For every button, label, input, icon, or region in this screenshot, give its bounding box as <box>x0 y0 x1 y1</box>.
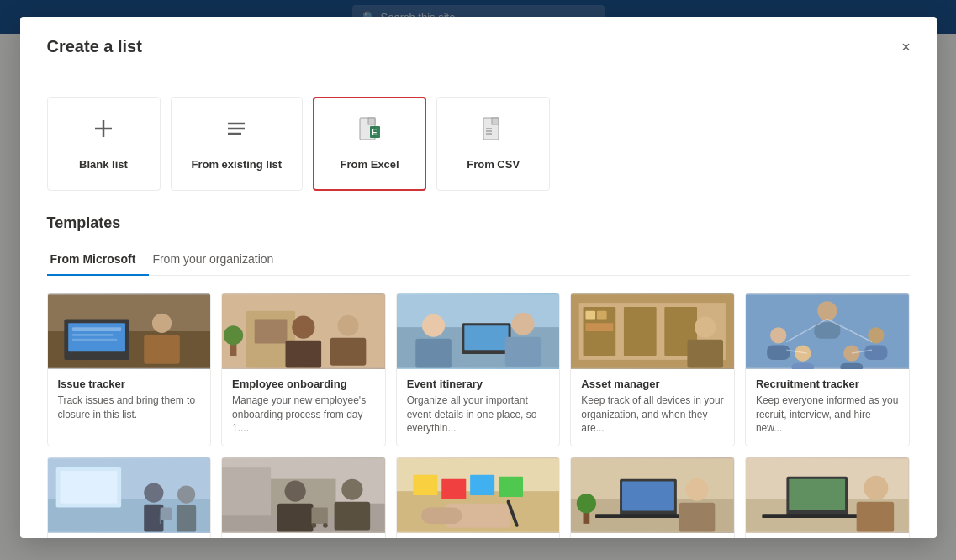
template-desc-employee: Manage your new employee's onboarding pr… <box>232 394 375 436</box>
template-info-recruitment: Recruitment tracker Keep everyone inform… <box>746 369 909 446</box>
template-content-scheduler-with[interactable]: Content scheduler with ... Plan, schedul… <box>745 457 910 538</box>
create-list-modal: Create a list × Blank list <box>20 17 937 538</box>
svg-rect-81 <box>277 504 314 532</box>
template-employee-onboarding[interactable]: Employee onboarding Manage your new empl… <box>221 293 386 446</box>
svg-rect-69 <box>60 471 117 504</box>
svg-rect-94 <box>421 508 462 524</box>
template-name-issue: Issue tracker <box>58 378 201 390</box>
template-info-event: Event itinerary Organize all your import… <box>397 369 560 446</box>
svg-point-60 <box>843 345 859 361</box>
template-desc-event: Organize all your important event detail… <box>407 394 550 436</box>
svg-point-84 <box>323 523 328 528</box>
template-recruitment-tracker[interactable]: Recruitment tracker Keep everyone inform… <box>745 293 910 446</box>
template-name-event: Event itinerary <box>407 378 550 390</box>
blank-list-label: Blank list <box>79 158 128 172</box>
svg-point-80 <box>285 481 306 502</box>
template-info-issue: Issue tracker Track issues and bring the… <box>48 369 211 432</box>
svg-rect-47 <box>597 311 607 320</box>
svg-point-104 <box>577 494 596 513</box>
tab-from-microsoft[interactable]: From Microsoft <box>47 246 150 276</box>
plus-icon <box>90 115 117 148</box>
svg-rect-48 <box>586 323 614 331</box>
template-image-content <box>571 457 734 533</box>
svg-point-54 <box>770 327 786 343</box>
template-image-asset <box>571 293 734 369</box>
template-content-scheduler[interactable]: Content scheduler Plan, schedule, and ma… <box>570 457 735 538</box>
template-image-event <box>397 293 560 369</box>
svg-rect-39 <box>504 337 541 367</box>
svg-rect-22 <box>144 335 180 364</box>
template-image-recruitment <box>746 293 909 369</box>
template-image-employee <box>222 293 385 369</box>
svg-rect-89 <box>413 475 437 495</box>
svg-rect-44 <box>624 307 657 356</box>
svg-rect-20 <box>72 339 117 341</box>
template-name-employee: Employee onboarding <box>232 378 375 390</box>
existing-list-label: From existing list <box>192 158 283 172</box>
template-name-asset: Asset manager <box>581 378 724 390</box>
svg-rect-92 <box>499 477 523 497</box>
svg-point-52 <box>817 301 837 320</box>
svg-rect-46 <box>586 311 596 320</box>
lines-icon <box>223 115 250 148</box>
template-info-work: Work progress tracker Track priorities p… <box>397 533 560 538</box>
svg-point-31 <box>224 325 243 345</box>
svg-point-101 <box>686 478 709 501</box>
template-grid: Issue tracker Track issues and bring the… <box>47 293 910 538</box>
svg-point-74 <box>177 486 194 504</box>
template-info-content: Content scheduler Plan, schedule, and ma… <box>571 533 734 538</box>
modal-title: Create a list <box>47 37 142 56</box>
svg-rect-90 <box>441 479 466 499</box>
tab-from-organization[interactable]: From your organization <box>149 246 287 276</box>
template-event-itinerary[interactable]: Event itinerary Organize all your import… <box>396 293 561 446</box>
svg-rect-86 <box>335 502 371 531</box>
blank-list-option[interactable]: Blank list <box>47 97 161 191</box>
from-csv-option[interactable]: From CSV <box>436 97 550 191</box>
svg-point-28 <box>338 315 359 336</box>
from-csv-label: From CSV <box>467 158 520 172</box>
close-button[interactable]: × <box>893 34 920 61</box>
svg-rect-57 <box>864 345 887 359</box>
svg-rect-82 <box>312 508 328 524</box>
from-excel-option[interactable]: E From Excel <box>313 97 426 191</box>
template-image-issue <box>48 293 211 369</box>
template-travel-requests-ap[interactable]: Travel requests with ap... Manage and ap… <box>221 457 386 538</box>
create-options-row: Blank list From existing list <box>47 97 910 191</box>
template-info-employee: Employee onboarding Manage your new empl… <box>222 369 385 446</box>
excel-icon: E <box>357 115 383 148</box>
svg-point-21 <box>151 314 171 333</box>
svg-rect-29 <box>330 338 367 366</box>
svg-rect-61 <box>840 363 863 369</box>
template-info-travel: Travel requests Manage all your travel r… <box>48 533 211 538</box>
svg-point-110 <box>864 476 888 500</box>
svg-rect-18 <box>72 327 121 331</box>
template-travel-requests[interactable]: Travel requests Manage all your travel r… <box>47 457 212 538</box>
svg-point-36 <box>422 314 445 337</box>
svg-rect-75 <box>176 505 195 532</box>
svg-rect-99 <box>622 482 674 511</box>
template-desc-asset: Keep track of all devices in your organi… <box>581 394 724 436</box>
existing-list-option[interactable]: From existing list <box>171 97 304 191</box>
svg-point-83 <box>312 523 317 528</box>
template-issue-tracker[interactable]: Issue tracker Track issues and bring the… <box>47 293 212 446</box>
svg-rect-72 <box>160 508 172 520</box>
template-desc-issue: Track issues and bring them to closure i… <box>58 394 201 422</box>
svg-rect-91 <box>470 475 494 495</box>
modal-overlay: Create a list × Blank list <box>0 0 956 560</box>
template-image-content2 <box>746 457 909 533</box>
templates-section-title: Templates <box>47 214 910 232</box>
svg-point-38 <box>511 313 534 335</box>
svg-point-58 <box>795 345 811 361</box>
template-image-travel2 <box>222 457 385 533</box>
svg-rect-111 <box>857 502 895 532</box>
template-tabs: From Microsoft From your organization <box>47 246 910 276</box>
csv-icon <box>480 115 507 148</box>
template-work-progress-tracker[interactable]: Work progress tracker Track priorities p… <box>396 457 561 538</box>
svg-rect-55 <box>767 345 790 359</box>
svg-rect-35 <box>464 325 508 350</box>
template-asset-manager[interactable]: Asset manager Keep track of all devices … <box>570 293 735 446</box>
svg-rect-6 <box>368 118 375 124</box>
svg-text:E: E <box>372 128 378 137</box>
svg-point-26 <box>292 315 314 338</box>
svg-rect-78 <box>222 467 271 515</box>
